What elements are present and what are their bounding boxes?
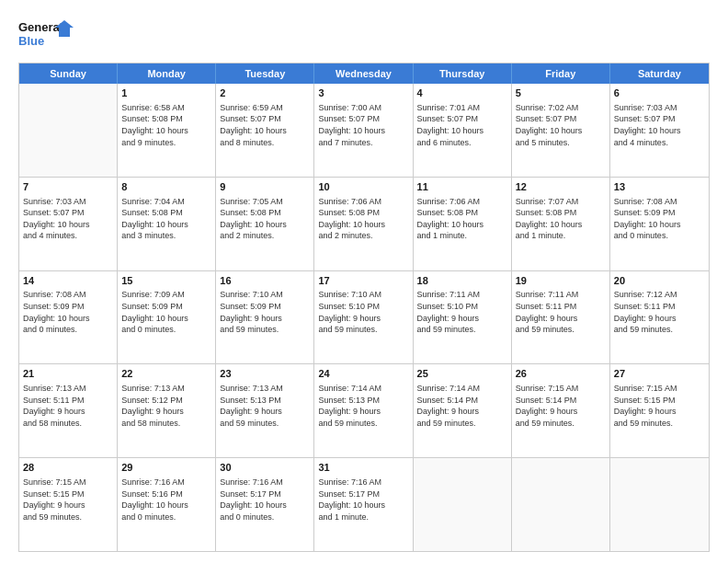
- day-number: 30: [220, 461, 310, 475]
- day-cell-27: 27Sunrise: 7:15 AM Sunset: 5:15 PM Dayli…: [610, 364, 709, 457]
- calendar-row-1: 1Sunrise: 6:58 AM Sunset: 5:08 PM Daylig…: [19, 84, 709, 177]
- day-number: 25: [417, 367, 507, 381]
- day-number: 21: [23, 367, 113, 381]
- day-cell-16: 16Sunrise: 7:10 AM Sunset: 5:09 PM Dayli…: [216, 271, 314, 364]
- day-number: 13: [614, 180, 705, 194]
- calendar-header-row: SundayMondayTuesdayWednesdayThursdayFrid…: [19, 63, 709, 84]
- calendar: SundayMondayTuesdayWednesdayThursdayFrid…: [18, 63, 710, 552]
- day-cell-22: 22Sunrise: 7:13 AM Sunset: 5:12 PM Dayli…: [118, 364, 216, 457]
- day-number: 14: [23, 274, 113, 288]
- day-cell-9: 9Sunrise: 7:05 AM Sunset: 5:08 PM Daylig…: [216, 178, 314, 270]
- day-info: Sunrise: 7:14 AM Sunset: 5:14 PM Dayligh…: [417, 383, 507, 429]
- day-info: Sunrise: 7:00 AM Sunset: 5:07 PM Dayligh…: [318, 102, 408, 148]
- day-number: 29: [121, 461, 211, 475]
- empty-cell: [512, 458, 610, 551]
- day-number: 23: [220, 367, 310, 381]
- day-number: 1: [121, 86, 211, 100]
- day-number: 12: [516, 180, 606, 194]
- svg-text:Blue: Blue: [18, 34, 44, 48]
- day-cell-6: 6Sunrise: 7:03 AM Sunset: 5:07 PM Daylig…: [610, 84, 709, 177]
- calendar-body: 1Sunrise: 6:58 AM Sunset: 5:08 PM Daylig…: [19, 84, 709, 551]
- day-cell-26: 26Sunrise: 7:15 AM Sunset: 5:14 PM Dayli…: [512, 364, 610, 457]
- day-info: Sunrise: 7:05 AM Sunset: 5:08 PM Dayligh…: [220, 196, 310, 242]
- empty-cell: [610, 458, 709, 551]
- day-cell-28: 28Sunrise: 7:15 AM Sunset: 5:15 PM Dayli…: [19, 458, 118, 551]
- empty-cell: [414, 458, 512, 551]
- header-cell-friday: Friday: [512, 63, 610, 84]
- day-number: 18: [417, 274, 507, 288]
- day-info: Sunrise: 7:16 AM Sunset: 5:17 PM Dayligh…: [220, 477, 310, 523]
- day-info: Sunrise: 7:11 AM Sunset: 5:11 PM Dayligh…: [516, 289, 606, 335]
- day-cell-8: 8Sunrise: 7:04 AM Sunset: 5:08 PM Daylig…: [118, 178, 216, 270]
- day-cell-25: 25Sunrise: 7:14 AM Sunset: 5:14 PM Dayli…: [414, 364, 512, 457]
- day-info: Sunrise: 7:15 AM Sunset: 5:15 PM Dayligh…: [614, 383, 705, 429]
- day-cell-31: 31Sunrise: 7:16 AM Sunset: 5:17 PM Dayli…: [314, 458, 413, 551]
- header-cell-tuesday: Tuesday: [216, 63, 314, 84]
- day-number: 16: [220, 274, 310, 288]
- day-info: Sunrise: 7:06 AM Sunset: 5:08 PM Dayligh…: [318, 196, 408, 242]
- day-number: 6: [614, 86, 705, 100]
- day-cell-17: 17Sunrise: 7:10 AM Sunset: 5:10 PM Dayli…: [314, 271, 413, 364]
- day-info: Sunrise: 7:13 AM Sunset: 5:11 PM Dayligh…: [23, 383, 113, 429]
- day-number: 15: [121, 274, 211, 288]
- day-cell-20: 20Sunrise: 7:12 AM Sunset: 5:11 PM Dayli…: [610, 271, 709, 364]
- day-info: Sunrise: 7:04 AM Sunset: 5:08 PM Dayligh…: [121, 196, 211, 242]
- empty-cell: [19, 84, 118, 177]
- day-number: 10: [318, 180, 408, 194]
- day-number: 5: [516, 86, 606, 100]
- day-number: 4: [417, 86, 507, 100]
- day-info: Sunrise: 7:10 AM Sunset: 5:09 PM Dayligh…: [220, 289, 310, 335]
- day-cell-19: 19Sunrise: 7:11 AM Sunset: 5:11 PM Dayli…: [512, 271, 610, 364]
- day-info: Sunrise: 7:13 AM Sunset: 5:13 PM Dayligh…: [220, 383, 310, 429]
- day-info: Sunrise: 7:03 AM Sunset: 5:07 PM Dayligh…: [23, 196, 113, 242]
- day-info: Sunrise: 7:10 AM Sunset: 5:10 PM Dayligh…: [318, 289, 408, 335]
- day-cell-23: 23Sunrise: 7:13 AM Sunset: 5:13 PM Dayli…: [216, 364, 314, 457]
- header-cell-sunday: Sunday: [19, 63, 118, 84]
- calendar-row-2: 7Sunrise: 7:03 AM Sunset: 5:07 PM Daylig…: [19, 177, 709, 270]
- day-number: 26: [516, 367, 606, 381]
- day-cell-2: 2Sunrise: 6:59 AM Sunset: 5:07 PM Daylig…: [216, 84, 314, 177]
- day-cell-10: 10Sunrise: 7:06 AM Sunset: 5:08 PM Dayli…: [314, 178, 413, 270]
- day-number: 3: [318, 86, 408, 100]
- day-cell-4: 4Sunrise: 7:01 AM Sunset: 5:07 PM Daylig…: [414, 84, 512, 177]
- day-number: 27: [614, 367, 705, 381]
- header: General Blue: [18, 17, 710, 53]
- day-cell-7: 7Sunrise: 7:03 AM Sunset: 5:07 PM Daylig…: [19, 178, 118, 270]
- day-info: Sunrise: 7:01 AM Sunset: 5:07 PM Dayligh…: [417, 102, 507, 148]
- day-cell-11: 11Sunrise: 7:06 AM Sunset: 5:08 PM Dayli…: [414, 178, 512, 270]
- logo: General Blue: [18, 17, 74, 53]
- day-cell-29: 29Sunrise: 7:16 AM Sunset: 5:16 PM Dayli…: [118, 458, 216, 551]
- day-info: Sunrise: 7:16 AM Sunset: 5:16 PM Dayligh…: [121, 477, 211, 523]
- day-number: 7: [23, 180, 113, 194]
- day-number: 19: [516, 274, 606, 288]
- calendar-row-5: 28Sunrise: 7:15 AM Sunset: 5:15 PM Dayli…: [19, 457, 709, 551]
- day-number: 28: [23, 461, 113, 475]
- day-number: 9: [220, 180, 310, 194]
- day-cell-30: 30Sunrise: 7:16 AM Sunset: 5:17 PM Dayli…: [216, 458, 314, 551]
- day-cell-12: 12Sunrise: 7:07 AM Sunset: 5:08 PM Dayli…: [512, 178, 610, 270]
- page: General Blue SundayMondayTuesdayWednesda…: [0, 0, 728, 563]
- day-info: Sunrise: 7:15 AM Sunset: 5:15 PM Dayligh…: [23, 477, 113, 523]
- day-number: 11: [417, 180, 507, 194]
- calendar-row-3: 14Sunrise: 7:08 AM Sunset: 5:09 PM Dayli…: [19, 270, 709, 364]
- day-info: Sunrise: 7:12 AM Sunset: 5:11 PM Dayligh…: [614, 289, 705, 335]
- day-cell-5: 5Sunrise: 7:02 AM Sunset: 5:07 PM Daylig…: [512, 84, 610, 177]
- day-cell-18: 18Sunrise: 7:11 AM Sunset: 5:10 PM Dayli…: [414, 271, 512, 364]
- day-info: Sunrise: 7:07 AM Sunset: 5:08 PM Dayligh…: [516, 196, 606, 242]
- day-info: Sunrise: 7:14 AM Sunset: 5:13 PM Dayligh…: [318, 383, 408, 429]
- day-info: Sunrise: 7:09 AM Sunset: 5:09 PM Dayligh…: [121, 289, 211, 335]
- day-cell-24: 24Sunrise: 7:14 AM Sunset: 5:13 PM Dayli…: [314, 364, 413, 457]
- day-info: Sunrise: 6:58 AM Sunset: 5:08 PM Dayligh…: [121, 102, 211, 148]
- day-cell-1: 1Sunrise: 6:58 AM Sunset: 5:08 PM Daylig…: [118, 84, 216, 177]
- day-info: Sunrise: 7:16 AM Sunset: 5:17 PM Dayligh…: [318, 477, 408, 523]
- day-number: 31: [318, 461, 408, 475]
- day-number: 20: [614, 274, 705, 288]
- day-info: Sunrise: 7:03 AM Sunset: 5:07 PM Dayligh…: [614, 102, 705, 148]
- day-number: 8: [121, 180, 211, 194]
- header-cell-thursday: Thursday: [414, 63, 512, 84]
- header-cell-monday: Monday: [118, 63, 216, 84]
- day-cell-15: 15Sunrise: 7:09 AM Sunset: 5:09 PM Dayli…: [118, 271, 216, 364]
- day-info: Sunrise: 7:15 AM Sunset: 5:14 PM Dayligh…: [516, 383, 606, 429]
- day-info: Sunrise: 7:08 AM Sunset: 5:09 PM Dayligh…: [614, 196, 705, 242]
- header-cell-wednesday: Wednesday: [314, 63, 413, 84]
